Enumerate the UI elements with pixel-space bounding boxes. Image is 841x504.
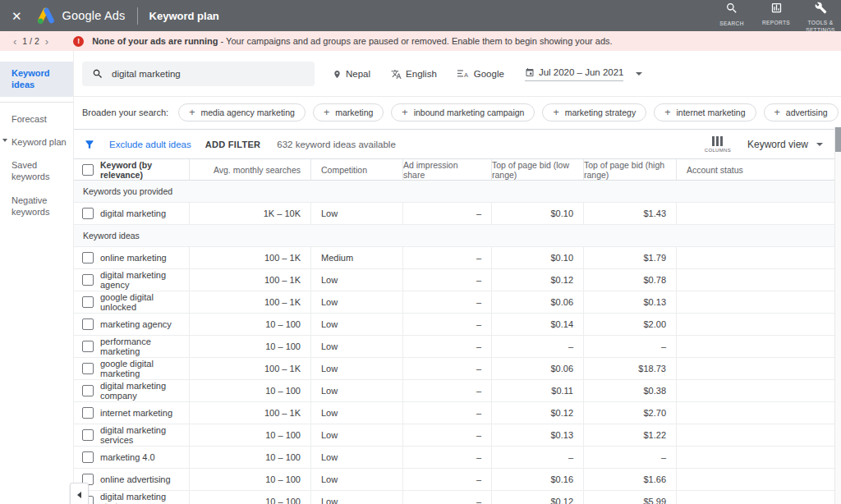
search-query: digital marketing (112, 69, 181, 79)
row-checkbox[interactable] (82, 341, 94, 352)
close-icon[interactable]: ✕ (11, 10, 22, 22)
col-header-keyword[interactable]: Keyword (by relevance) (100, 158, 189, 181)
account-status-cell (676, 269, 834, 291)
keyword-table: Keyword (by relevance) Avg. monthly sear… (74, 158, 834, 504)
col-header-top-of-page-bid-high[interactable]: Top of page bid (high range) (583, 158, 676, 181)
top-of-page-bid-high-cell: $1.43 (583, 203, 676, 225)
top-of-page-bid-low-cell: $0.10 (491, 203, 583, 225)
add-filter-button[interactable]: ADD FILTER (205, 140, 261, 149)
broaden-chip-marketing-strategy[interactable]: +marketing strategy (542, 103, 646, 121)
row-checkbox-cell (74, 291, 100, 314)
broaden-label: Broaden your search: (82, 108, 168, 117)
expand-arrow-icon (2, 139, 7, 142)
main-panel: digital marketing Nepal English A Google (74, 51, 841, 504)
keyword-cell: google digital marketing (100, 358, 189, 380)
ad-impression-share-cell: – (402, 291, 491, 314)
competition-cell: Low (310, 380, 402, 402)
avg-monthly-searches-cell: 10 – 100 (189, 380, 310, 402)
row-checkbox[interactable] (82, 274, 94, 286)
columns-button[interactable]: COLUMNS (705, 136, 731, 153)
select-all-checkbox[interactable] (82, 164, 94, 176)
account-status-cell (676, 203, 834, 225)
top-of-page-bid-low-cell: $0.12 (491, 269, 583, 291)
col-header-avg-monthly-searches[interactable]: Avg. monthly searches (189, 158, 310, 181)
date-range-value: Jul 2020 – Jun 2021 (539, 67, 624, 77)
account-status-cell (676, 314, 834, 336)
translate-icon (391, 69, 402, 80)
keyword-search-input[interactable]: digital marketing (82, 62, 315, 86)
top-of-page-bid-low-cell: $0.06 (491, 358, 583, 380)
row-checkbox[interactable] (82, 451, 94, 463)
location-setting[interactable]: Nepal (333, 69, 370, 80)
broaden-chips: +media agency marketing+marketing+inboun… (178, 103, 841, 121)
col-header-competition[interactable]: Competition (310, 158, 402, 181)
avg-monthly-searches-cell: 10 – 100 (189, 491, 310, 504)
top-of-page-bid-low-cell: $0.12 (491, 402, 583, 424)
plus-icon: + (324, 108, 329, 118)
next-notification-icon[interactable]: › (40, 36, 53, 47)
section-header-keyword-ideas: Keyword ideas (74, 225, 834, 247)
avg-monthly-searches-cell: 1K – 10K (189, 203, 310, 225)
scrollbar-thumb[interactable] (835, 127, 841, 152)
vertical-scrollbar[interactable] (834, 127, 841, 504)
keyword-cell: online marketing (100, 247, 189, 269)
tools-settings-button[interactable]: TOOLS & SETTINGS (802, 0, 839, 31)
network-setting[interactable]: A Google (457, 69, 504, 79)
date-range-setting[interactable]: Jul 2020 – Jun 2021 (525, 67, 643, 81)
plus-icon: + (189, 108, 195, 118)
filter-funnel-icon[interactable] (84, 139, 95, 150)
broaden-chip-marketing[interactable]: +marketing (313, 103, 384, 121)
search-row: digital marketing Nepal English A Google (74, 51, 841, 86)
chip-label: advertising (786, 108, 828, 117)
calendar-icon (525, 67, 535, 78)
row-checkbox[interactable] (82, 407, 94, 419)
row-checkbox[interactable] (82, 429, 94, 441)
sidebar-item-keyword-ideas[interactable]: Keyword ideas (0, 62, 73, 97)
col-header-account-status[interactable]: Account status (676, 158, 834, 181)
avg-monthly-searches-cell: 10 – 100 (189, 336, 310, 358)
col-header-ad-impression-share[interactable]: Ad impression share (402, 158, 491, 181)
reports-button[interactable]: REPORTS (757, 0, 795, 27)
competition-cell: Low (310, 291, 402, 314)
broaden-chip-advertising[interactable]: +advertising (764, 103, 839, 121)
top-of-page-bid-high-cell: $0.38 (583, 380, 676, 402)
col-header-top-of-page-bid-low[interactable]: Top of page bid (low range) (491, 158, 583, 181)
account-status-cell (676, 469, 834, 491)
avg-monthly-searches-cell: 100 – 1K (189, 402, 310, 424)
row-checkbox[interactable] (82, 296, 94, 308)
row-checkbox[interactable] (82, 208, 94, 219)
avg-monthly-searches-cell: 10 – 100 (189, 424, 310, 447)
broaden-chip-inbound-marketing-campaign[interactable]: +inbound marketing campaign (391, 103, 535, 121)
sidebar-item-keyword-plan[interactable]: Keyword plan (0, 131, 73, 153)
row-checkbox[interactable] (82, 318, 94, 330)
account-status-cell (676, 358, 834, 380)
broaden-chip-media-agency-marketing[interactable]: +media agency marketing (178, 103, 306, 121)
row-checkbox[interactable] (82, 363, 94, 374)
row-checkbox-cell (74, 380, 100, 402)
location-pin-icon (333, 69, 342, 80)
top-of-page-bid-low-cell: $0.12 (491, 491, 583, 504)
row-checkbox[interactable] (82, 252, 94, 263)
row-checkbox[interactable] (82, 385, 94, 396)
language-setting[interactable]: English (391, 69, 437, 80)
divider (137, 7, 138, 25)
sidebar-item-forecast[interactable]: Forecast (0, 108, 73, 131)
competition-cell: Low (310, 269, 402, 291)
sidebar-item-negative-keywords[interactable]: Negative keywords (0, 189, 73, 224)
view-selector[interactable]: Keyword view (747, 139, 823, 150)
top-of-page-bid-high-cell: $5.99 (583, 491, 676, 504)
sidebar-item-saved-keywords[interactable]: Saved keywords (0, 153, 73, 189)
broaden-chip-internet-marketing[interactable]: +internet marketing (654, 103, 756, 121)
prev-notification-icon[interactable]: ‹ (8, 36, 21, 47)
chevron-down-icon (816, 143, 823, 146)
account-status-cell (676, 447, 834, 469)
svg-text:A: A (464, 71, 468, 79)
ad-impression-share-cell: – (402, 203, 491, 225)
chip-label: internet marketing (676, 108, 745, 117)
collapse-panel-button[interactable] (70, 483, 89, 504)
top-of-page-bid-low-cell: $0.14 (491, 314, 583, 336)
search-button[interactable]: SEARCH (713, 0, 751, 28)
keyword-count: 632 keyword ideas available (277, 140, 395, 149)
plan-settings: Nepal English A Google Jul 2020 – Jun 20… (333, 67, 642, 81)
exclude-adult-ideas-filter[interactable]: Exclude adult ideas (109, 140, 191, 149)
